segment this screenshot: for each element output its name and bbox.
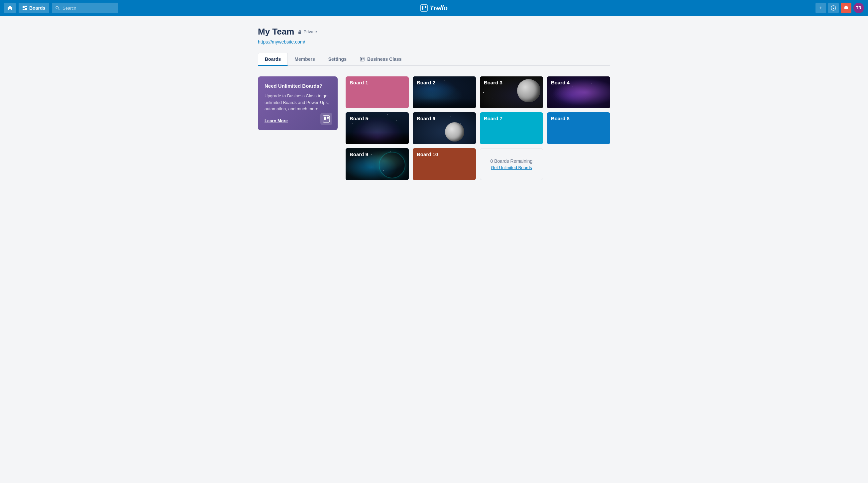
team-privacy: Private [298, 29, 317, 34]
team-url-link[interactable]: https://mywebsite.com/ [258, 39, 305, 44]
board-9-title: Board 9 [350, 152, 368, 157]
svg-rect-0 [23, 6, 25, 8]
tab-business-class[interactable]: Business Class [353, 53, 408, 66]
svg-line-5 [59, 9, 60, 10]
svg-rect-12 [299, 32, 301, 34]
svg-point-10 [833, 7, 834, 7]
promo-card: Need Unlimited Boards? Upgrade to Busine… [258, 76, 338, 130]
board-card-8[interactable]: Board 8 [547, 112, 610, 144]
search-placeholder: Search [62, 6, 76, 11]
svg-rect-8 [425, 6, 426, 8]
svg-rect-2 [23, 9, 25, 10]
team-name: My Team [258, 27, 294, 37]
notification-button[interactable] [841, 3, 851, 13]
add-button[interactable]: + [815, 3, 826, 13]
svg-rect-15 [363, 58, 364, 60]
svg-point-4 [56, 6, 59, 9]
home-button[interactable] [4, 3, 16, 13]
board-1-title: Board 1 [350, 80, 368, 85]
main-content: My Team Private https://mywebsite.com/ B… [251, 16, 617, 191]
board-card-4[interactable]: Board 4 [547, 76, 610, 108]
boards-nav-button[interactable]: Boards [19, 3, 49, 13]
header-actions: + TR [815, 3, 864, 13]
svg-rect-14 [361, 58, 362, 60]
board-card-10[interactable]: Board 10 [413, 148, 476, 180]
boards-remaining-card: 0 Boards Remaining Get Unlimited Boards [480, 148, 543, 180]
board-2-title: Board 2 [417, 80, 435, 85]
board-card-3[interactable]: Board 3 [480, 76, 543, 108]
trello-logo: Trello [421, 4, 447, 12]
board-card-9[interactable]: Board 9 [346, 148, 409, 180]
board-4-title: Board 4 [551, 80, 569, 85]
svg-rect-18 [327, 117, 329, 119]
board-7-title: Board 7 [484, 116, 502, 121]
get-unlimited-link[interactable]: Get Unlimited Boards [491, 165, 532, 170]
board-card-2[interactable]: Board 2 [413, 76, 476, 108]
user-avatar[interactable]: TR [854, 3, 864, 13]
tab-settings[interactable]: Settings [322, 53, 353, 66]
board-10-title: Board 10 [417, 152, 438, 157]
promo-trello-icon [320, 113, 332, 125]
board-card-1[interactable]: Board 1 [346, 76, 409, 108]
boards-grid: Board 1 Board 2 [346, 76, 610, 180]
boards-section: Need Unlimited Boards? Upgrade to Busine… [258, 76, 610, 180]
tab-boards[interactable]: Boards [258, 53, 288, 66]
svg-rect-7 [422, 6, 423, 10]
tab-members[interactable]: Members [288, 53, 321, 66]
board-card-7[interactable]: Board 7 [480, 112, 543, 144]
svg-rect-1 [25, 6, 27, 7]
search-bar[interactable]: Search [52, 3, 118, 13]
promo-title: Need Unlimited Boards? [265, 83, 331, 89]
board-card-6[interactable]: Board 6 [413, 112, 476, 144]
board-8-title: Board 8 [551, 116, 569, 121]
info-button[interactable] [828, 3, 839, 13]
team-header: My Team Private https://mywebsite.com/ [258, 27, 610, 45]
svg-rect-17 [324, 117, 326, 120]
svg-rect-11 [833, 8, 834, 9]
header: Boards Search Trello + [0, 0, 868, 16]
promo-description: Upgrade to Business Class to get unlimit… [265, 93, 331, 112]
board-6-title: Board 6 [417, 116, 435, 121]
learn-more-link[interactable]: Learn More [265, 118, 288, 123]
board-card-5[interactable]: Board 5 [346, 112, 409, 144]
boards-remaining-count: 0 Boards Remaining [491, 158, 533, 164]
tabs-nav: Boards Members Settings Business Class [258, 53, 610, 66]
svg-rect-3 [25, 8, 27, 10]
board-5-title: Board 5 [350, 116, 368, 121]
board-3-title: Board 3 [484, 80, 502, 85]
svg-rect-13 [360, 57, 364, 61]
